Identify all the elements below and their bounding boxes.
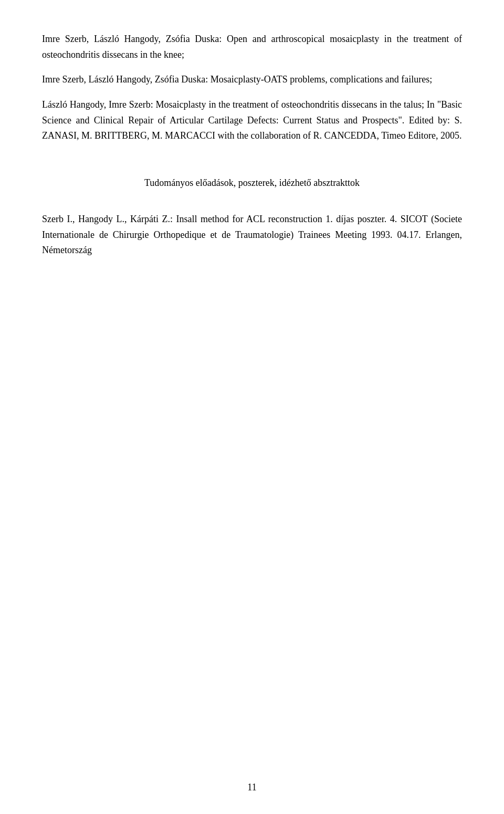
bibliography-entries: Szerb I., Hangody L., Kárpáti Z.: Insall… [42, 212, 462, 258]
bibliography-entry-1: Szerb I., Hangody L., Kárpáti Z.: Insall… [42, 212, 462, 258]
main-text-block: Imre Szerb, László Hangody, Zsófia Duska… [42, 32, 462, 144]
page-content: Imre Szerb, László Hangody, Zsófia Duska… [0, 0, 504, 310]
paragraph-2: Imre Szerb, László Hangody, Zsófia Duska… [42, 72, 462, 88]
page-number: 11 [0, 782, 504, 793]
paragraph-3: László Hangody, Imre Szerb: Mosaicplasty… [42, 97, 462, 144]
paragraph-1: Imre Szerb, László Hangody, Zsófia Duska… [42, 32, 462, 62]
section-heading: Tudományos előadások, poszterek, idézhet… [42, 175, 462, 191]
